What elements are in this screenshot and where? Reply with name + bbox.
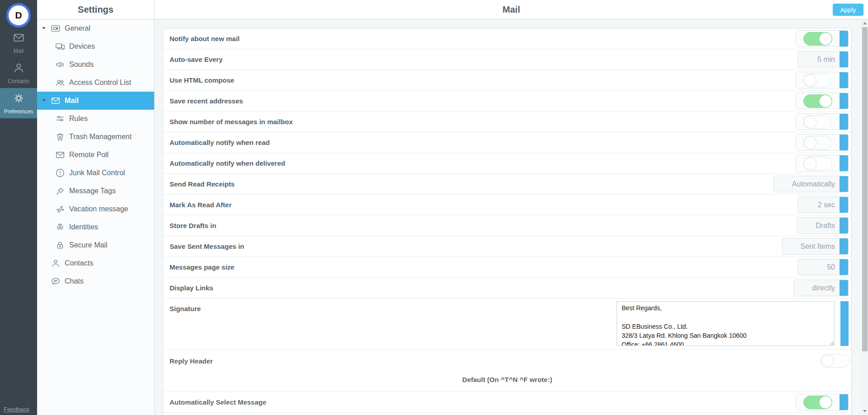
lock-icon xyxy=(55,240,65,250)
use-html-compose-toggle[interactable] xyxy=(796,72,849,89)
messages-page-size-select[interactable]: 50 xyxy=(797,259,849,275)
control-dropdown-strip[interactable] xyxy=(840,259,848,275)
control-dropdown-strip[interactable] xyxy=(840,218,848,233)
auto-save-every-select[interactable]: 5 min xyxy=(797,51,849,68)
feedback-link[interactable]: Feedback xyxy=(4,406,29,413)
save-sent-messages-in-select[interactable]: Sent Items xyxy=(782,238,849,255)
automatically-notify-when-read-toggle[interactable] xyxy=(796,134,849,151)
settings-nav-item-access-control-list[interactable]: Access Control List xyxy=(37,74,154,92)
settings-row-use-html-compose: Use HTML compose xyxy=(163,70,851,91)
setting-label: Save recent addresses xyxy=(170,97,796,105)
access-control-icon xyxy=(55,78,65,88)
control-dropdown-strip[interactable] xyxy=(840,394,848,410)
mark-as-read-after-select[interactable]: 2 sec xyxy=(797,196,849,213)
control-dropdown-strip[interactable] xyxy=(840,114,848,130)
control-dropdown-strip[interactable] xyxy=(840,72,848,88)
select-value[interactable]: Sent Items xyxy=(783,238,840,254)
toggle-pill[interactable] xyxy=(803,32,832,46)
select-value[interactable]: 2 sec xyxy=(798,197,840,213)
toggle-pill[interactable] xyxy=(803,157,832,170)
settings-nav-item-identities[interactable]: Identities xyxy=(37,218,154,236)
nav-item-label: Trash Management xyxy=(69,133,132,141)
scroll-up-arrow-icon[interactable] xyxy=(861,20,868,27)
control-dropdown-strip[interactable] xyxy=(840,176,848,192)
scrollbar-thumb[interactable] xyxy=(862,27,868,351)
rail-item-preferences[interactable]: Preferences xyxy=(0,88,37,118)
settings-nav-item-rules[interactable]: Rules xyxy=(37,110,154,128)
app-rail: D Mail Contacts Preferences Feedback xyxy=(0,0,37,415)
settings-nav-item-sounds[interactable]: Sounds xyxy=(37,56,154,74)
select-value[interactable]: Drafts xyxy=(797,218,840,233)
settings-nav-item-devices[interactable]: Devices xyxy=(37,37,154,56)
apply-button[interactable]: Apply xyxy=(833,4,863,16)
settings-row-show-number-of-messages-in-mailbox: Show number of messages in mailbox xyxy=(163,112,851,132)
save-recent-addresses-toggle[interactable] xyxy=(796,93,849,109)
contacts-icon xyxy=(51,258,61,268)
toggle-knob xyxy=(804,136,816,149)
setting-label: Messages page size xyxy=(170,263,797,271)
rail-item-label: Mail xyxy=(14,48,24,54)
control-dropdown-strip[interactable] xyxy=(840,93,848,109)
expand-arrow-icon[interactable] xyxy=(42,99,46,102)
select-value[interactable]: Automatically xyxy=(774,176,840,192)
select-value[interactable]: 5 min xyxy=(798,51,840,67)
toggle-knob xyxy=(804,157,816,170)
settings-nav-item-junk-mail-control[interactable]: Junk Mail Control xyxy=(37,164,154,182)
toggle-pill[interactable] xyxy=(803,94,832,108)
select-value[interactable]: directly xyxy=(794,280,840,296)
settings-nav-item-mail[interactable]: Mail xyxy=(37,92,154,110)
control-dropdown-strip[interactable] xyxy=(840,31,848,47)
nav-item-label: Access Control List xyxy=(69,79,131,87)
nav-item-label: Identities xyxy=(69,223,98,231)
rail-item-mail[interactable]: Mail xyxy=(0,28,37,58)
control-dropdown-strip[interactable] xyxy=(840,51,848,67)
setting-label: Automatically notify when read xyxy=(170,139,796,146)
control-dropdown-strip[interactable] xyxy=(840,155,848,171)
control-dropdown-strip[interactable] xyxy=(840,197,848,213)
settings-nav-item-trash-management[interactable]: Trash Management xyxy=(37,128,154,146)
settings-nav-item-vacation-message[interactable]: Vacation message xyxy=(37,200,154,218)
toggle-pill[interactable] xyxy=(803,74,832,87)
store-drafts-in-select[interactable]: Drafts xyxy=(797,217,849,234)
signature-textarea[interactable]: Best Regards, SD EBusiness Co., Ltd. 328… xyxy=(617,301,835,346)
display-links-select[interactable]: directly xyxy=(793,280,849,296)
rail-item-label: Preferences xyxy=(4,108,33,115)
toggle-knob xyxy=(819,95,832,107)
app-window: D Mail Contacts Preferences Feedback xyxy=(0,0,868,415)
notify-about-new-mail-toggle[interactable] xyxy=(796,30,849,47)
settings-nav-item-secure-mail[interactable]: Secure Mail xyxy=(37,236,154,254)
settings-nav-item-message-tags[interactable]: Message Tags xyxy=(37,182,154,200)
settings-row-auto-save-every: Auto-save Every 5 min xyxy=(163,49,851,70)
nav-item-label: Message Tags xyxy=(69,187,116,195)
settings-nav-item-remote-poll[interactable]: Remote Poll xyxy=(37,146,154,164)
settings-nav-item-contacts[interactable]: Contacts xyxy=(37,254,154,272)
scroll-down-arrow-icon[interactable] xyxy=(861,408,868,415)
automatically-notify-when-delivered-toggle[interactable] xyxy=(796,155,849,172)
settings-row-automatically-select-message: Automatically Select Message xyxy=(163,392,851,413)
nav-item-label: Contacts xyxy=(65,259,93,267)
toggle-pill[interactable] xyxy=(803,136,832,149)
contacts-icon xyxy=(13,62,25,76)
control-dropdown-strip[interactable] xyxy=(840,238,848,254)
setting-label: Automatically notify when delivered xyxy=(170,159,796,167)
toggle-pill[interactable] xyxy=(803,115,832,129)
toggle-pill[interactable] xyxy=(803,396,832,409)
rail-item-contacts[interactable]: Contacts xyxy=(0,58,37,88)
control-dropdown-strip[interactable] xyxy=(840,280,848,296)
nav-item-label: Junk Mail Control xyxy=(69,169,125,177)
reply-header-toggle[interactable] xyxy=(821,354,849,368)
select-value[interactable]: 50 xyxy=(798,259,840,275)
settings-row-automatically-notify-when-delivered: Automatically notify when delivered xyxy=(163,153,851,174)
control-dropdown-strip[interactable] xyxy=(840,135,848,150)
settings-row-send-read-receipts: Send Read Receipts Automatically xyxy=(163,174,851,195)
nav-item-label: Mail xyxy=(65,97,79,105)
main-scrollbar[interactable] xyxy=(861,19,868,415)
settings-nav-item-chats[interactable]: Chats xyxy=(37,272,154,290)
expand-arrow-icon[interactable] xyxy=(42,27,46,29)
send-read-receipts-select[interactable]: Automatically xyxy=(774,176,849,192)
signature-dropdown-strip[interactable] xyxy=(840,301,849,346)
show-number-of-messages-in-mailbox-toggle[interactable] xyxy=(796,113,849,130)
settings-nav-item-general[interactable]: General xyxy=(37,19,154,37)
automatically-select-message-toggle[interactable] xyxy=(796,394,849,410)
account-avatar[interactable]: D xyxy=(6,3,31,28)
